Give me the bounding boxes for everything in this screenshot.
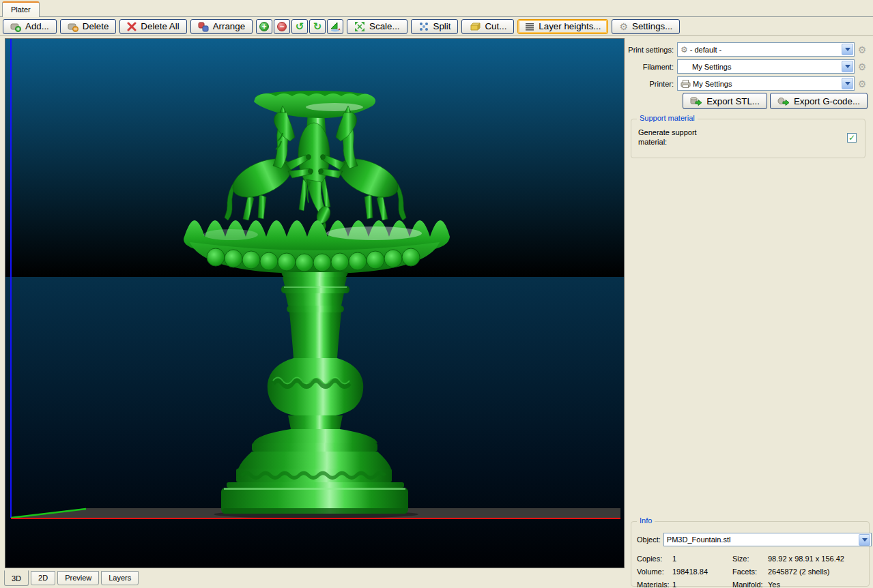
add-button-label: Add...: [25, 21, 49, 31]
plus-icon: +: [259, 22, 269, 31]
mirror-button[interactable]: [327, 19, 343, 34]
chevron-down-icon[interactable]: [842, 78, 853, 89]
cut-icon: [469, 21, 481, 32]
generate-support-label: Generate support material:: [638, 128, 720, 147]
manifold-value: Yes: [768, 580, 868, 588]
scale-button-label: Scale...: [369, 21, 399, 31]
rotate-cw-icon: ↻: [313, 21, 322, 31]
printer-row: Printer: My Settings ⚙: [628, 76, 868, 91]
materials-label: Materials:: [637, 580, 672, 588]
support-material-group: Support material Generate support materi…: [631, 119, 865, 158]
arrange-button[interactable]: Arrange: [190, 19, 253, 34]
notebook-tabbar: Plater: [0, 0, 873, 17]
settings-button-label: Settings...: [632, 21, 672, 31]
chevron-down-icon[interactable]: [859, 534, 870, 546]
info-title: Info: [637, 516, 655, 525]
split-icon: [418, 21, 429, 32]
tab-plater-label: Plater: [11, 5, 31, 14]
object-value: PM3D_Fountain.stl: [667, 535, 856, 544]
delete-all-button[interactable]: Delete All: [119, 19, 186, 34]
filament-label: Filament:: [628, 63, 677, 71]
printer-value: My Settings: [693, 80, 839, 88]
layer-heights-button[interactable]: Layer heights...: [517, 19, 608, 34]
layer-heights-button-label: Layer heights...: [539, 21, 601, 31]
add-button[interactable]: Add...: [3, 19, 57, 34]
tab-layers[interactable]: Layers: [101, 571, 139, 585]
tab-preview-label: Preview: [65, 574, 91, 582]
tab-2d[interactable]: 2D: [31, 571, 55, 585]
size-label: Size:: [732, 555, 768, 563]
printer-gear-button[interactable]: ⚙: [856, 78, 868, 89]
volume-value: 198418.84: [672, 568, 732, 576]
export-row: Export STL... Export G-code...: [683, 93, 868, 109]
delete-button[interactable]: Delete: [60, 19, 117, 34]
chevron-down-icon[interactable]: [842, 44, 853, 55]
split-button[interactable]: Split: [411, 19, 459, 34]
cut-button-label: Cut...: [485, 21, 506, 31]
chevron-down-icon[interactable]: [842, 61, 853, 72]
facets-value: 2645872 (2 shells): [768, 568, 868, 576]
printer-combo[interactable]: My Settings: [677, 76, 855, 91]
filament-combo[interactable]: My Settings: [677, 59, 855, 74]
info-stats: Copies: 1 Size: 98.92 x 98.91 x 156.42 V…: [637, 552, 868, 588]
increase-copies-button[interactable]: +: [256, 19, 272, 34]
tab-plater[interactable]: Plater: [2, 1, 40, 17]
print-settings-label: Print settings:: [628, 46, 677, 54]
print-settings-value: - default -: [690, 46, 839, 54]
object-label: Object:: [637, 535, 663, 544]
delete-all-icon: [127, 22, 137, 31]
print-settings-combo[interactable]: ⚙ - default -: [677, 42, 855, 57]
plater-toolbar: Add... Delete Delete All Arrange + − ↺ ↻: [0, 17, 873, 36]
export-stl-button[interactable]: Export STL...: [683, 93, 767, 109]
object-row: Object: PM3D_Fountain.stl: [637, 533, 872, 546]
view-tabbar: 3D 2D Preview Layers: [4, 570, 141, 586]
cut-button[interactable]: Cut...: [461, 19, 514, 34]
tab-3d[interactable]: 3D: [4, 570, 29, 586]
preset-gear-icon: ⚙: [681, 45, 688, 55]
filament-gear-button[interactable]: ⚙: [856, 61, 868, 72]
tab-preview[interactable]: Preview: [57, 571, 99, 585]
tab-layers-label: Layers: [109, 574, 131, 582]
copies-label: Copies:: [637, 555, 672, 563]
support-material-title: Support material: [637, 114, 698, 122]
decrease-copies-button[interactable]: −: [274, 19, 290, 34]
tab-3d-label: 3D: [12, 574, 21, 583]
delete-all-button-label: Delete All: [141, 21, 179, 31]
settings-button[interactable]: ⚙ Settings...: [612, 19, 680, 34]
rotate-cw-button[interactable]: ↻: [309, 19, 326, 34]
sidebar: Print settings: ⚙ - default - ⚙ Filament…: [628, 38, 873, 588]
filament-value: My Settings: [692, 63, 839, 71]
export-gcode-button[interactable]: Export G-code...: [770, 93, 868, 109]
print-settings-row: Print settings: ⚙ - default - ⚙: [628, 42, 868, 57]
arrange-icon: [198, 21, 209, 32]
delete-button-label: Delete: [83, 21, 109, 31]
volume-label: Volume:: [637, 568, 672, 576]
rotate-ccw-button[interactable]: ↺: [291, 19, 308, 34]
generate-support-checkbox[interactable]: ✓: [847, 133, 857, 143]
rotate-ccw-icon: ↺: [296, 21, 304, 31]
filament-row: Filament: My Settings ⚙: [628, 59, 868, 74]
layer-heights-icon: [525, 22, 534, 31]
3d-scene: [5, 39, 624, 568]
export-stl-label: Export STL...: [706, 96, 760, 106]
scale-button[interactable]: Scale...: [347, 19, 407, 34]
check-icon: ✓: [848, 133, 855, 143]
facets-label: Facets:: [732, 568, 768, 576]
copies-value: 1: [672, 555, 732, 563]
mirror-icon: [330, 21, 341, 32]
info-group: Info Object: PM3D_Fountain.stl Copies: 1…: [631, 521, 870, 587]
delete-object-icon: [68, 21, 78, 32]
export-gcode-icon: [777, 95, 790, 106]
export-gcode-label: Export G-code...: [794, 96, 860, 106]
split-button-label: Split: [433, 21, 451, 31]
printer-label: Printer:: [628, 80, 677, 88]
printer-icon: [681, 79, 691, 89]
scale-icon: [354, 21, 365, 32]
object-combo[interactable]: PM3D_Fountain.stl: [663, 533, 872, 546]
size-value: 98.92 x 98.91 x 156.42: [768, 555, 868, 563]
3d-viewport[interactable]: [5, 38, 625, 568]
minus-icon: −: [277, 22, 287, 31]
gear-icon: ⚙: [619, 21, 628, 32]
print-settings-gear-button[interactable]: ⚙: [856, 44, 868, 55]
tab-2d-label: 2D: [38, 574, 48, 582]
